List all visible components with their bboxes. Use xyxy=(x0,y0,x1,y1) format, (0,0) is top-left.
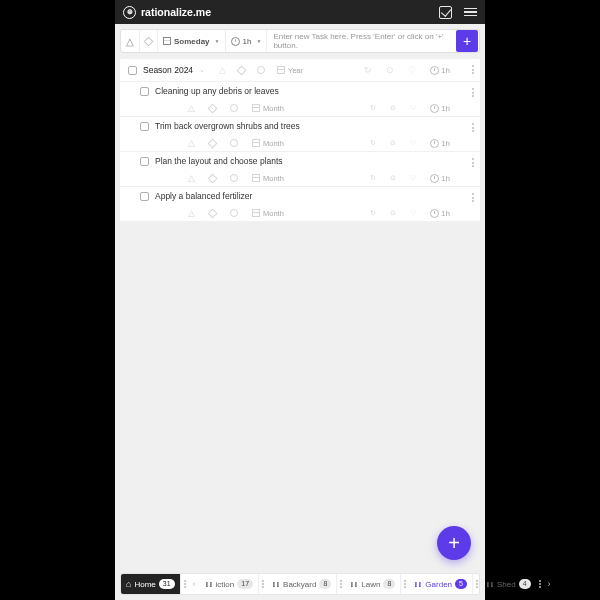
tab-more-icon[interactable] xyxy=(259,580,267,588)
tab-count: 8 xyxy=(319,579,331,589)
tab-item[interactable]: ⫾⫾ Garden 5 xyxy=(409,574,473,594)
tag-icon[interactable] xyxy=(140,30,158,52)
tab-item[interactable]: ⫾⫾ Shed 4 xyxy=(481,574,536,594)
tab-count: 17 xyxy=(237,579,253,589)
calendar-icon xyxy=(252,139,260,147)
diamond-icon xyxy=(237,65,247,75)
clock-icon xyxy=(430,139,439,148)
task-title: Cleaning up any debris or leaves xyxy=(155,86,279,96)
diamond-icon xyxy=(208,103,218,113)
task-checkbox[interactable] xyxy=(140,87,149,96)
heart-icon: ♡ xyxy=(408,65,416,75)
tab-item[interactable]: ⫾⫾ Lawn 8 xyxy=(345,574,401,594)
heart-icon: ♡ xyxy=(410,139,416,147)
duration-label: 1h xyxy=(441,139,450,148)
tab-label: Home xyxy=(134,580,155,589)
tab-count: 5 xyxy=(455,579,467,589)
repeat-icon: ↻ xyxy=(370,139,376,147)
clock-icon xyxy=(430,209,439,218)
diamond-icon xyxy=(208,208,218,218)
duration-label: 1h xyxy=(441,104,450,113)
tab-count: 4 xyxy=(519,579,531,589)
circle-icon xyxy=(230,139,238,147)
duration-select[interactable]: 1h xyxy=(226,30,268,52)
priority-icon[interactable]: △ xyxy=(121,30,140,52)
tab-item[interactable]: ⫾⫾ iction 17 xyxy=(200,574,259,594)
circle-icon xyxy=(230,209,238,217)
heart-icon: ♡ xyxy=(410,174,416,182)
bars-icon: ⫾⫾ xyxy=(205,580,213,589)
task-row[interactable]: Cleaning up any debris or leaves △ Month… xyxy=(120,82,480,116)
tab-label: Shed xyxy=(497,580,516,589)
task-checkbox[interactable] xyxy=(140,122,149,131)
assign-icon: ⊙ xyxy=(390,104,396,112)
period-label: Month xyxy=(263,104,284,113)
task-checkbox[interactable] xyxy=(140,157,149,166)
calendar-icon xyxy=(277,66,285,74)
task-title: Season 2024 xyxy=(143,65,193,75)
flame-icon: △ xyxy=(219,65,226,75)
schedule-select[interactable]: Someday xyxy=(158,30,226,52)
bottom-tabs: ⌂ Home 31 ‹ ⫾⫾ iction 17 ⫾⫾ Backyard 8 ⫾… xyxy=(120,573,480,595)
review-icon[interactable] xyxy=(439,6,452,19)
period-label: Month xyxy=(263,174,284,183)
diamond-icon xyxy=(208,138,218,148)
calendar-icon xyxy=(252,104,260,112)
tab-more-icon[interactable] xyxy=(536,580,544,588)
tab-more-icon[interactable] xyxy=(473,580,481,588)
tab-count: 31 xyxy=(159,579,175,589)
task-title: Trim back overgrown shrubs and trees xyxy=(155,121,300,131)
diamond-icon xyxy=(208,173,218,183)
more-icon[interactable] xyxy=(468,154,478,171)
new-task-bar: △ Someday 1h Enter new Task here. Press … xyxy=(120,29,480,53)
heart-icon: ♡ xyxy=(410,104,416,112)
clock-icon xyxy=(430,104,439,113)
tab-more-icon[interactable] xyxy=(181,580,189,588)
task-row[interactable]: Plan the layout and choose plants △ Mont… xyxy=(120,152,480,186)
assign-icon: ⊙ xyxy=(390,209,396,217)
tab-home[interactable]: ⌂ Home 31 xyxy=(121,574,181,594)
tab-more-icon[interactable] xyxy=(401,580,409,588)
fab-add-button[interactable]: + xyxy=(437,526,471,560)
tab-label: Garden xyxy=(425,580,452,589)
header-right xyxy=(439,6,477,19)
assign-icon: ⊙ xyxy=(390,139,396,147)
duration-label: 1h xyxy=(441,174,450,183)
more-icon[interactable] xyxy=(468,119,478,136)
heart-icon: ♡ xyxy=(410,209,416,217)
chevron-left-icon[interactable]: ‹ xyxy=(189,579,200,589)
add-task-button[interactable]: + xyxy=(456,30,478,52)
header-left: ⊛ rationalize.me xyxy=(123,6,211,19)
assign-icon: ⊙ xyxy=(390,174,396,182)
tab-count: 8 xyxy=(383,579,395,589)
task-group-row[interactable]: Season 2024 ⌄ △ Year ↻ ⊙ ♡ xyxy=(120,59,480,81)
tab-more-icon[interactable] xyxy=(337,580,345,588)
tab-item[interactable]: ⫾⫾ Backyard 8 xyxy=(267,574,337,594)
tab-label: iction xyxy=(216,580,235,589)
assign-icon: ⊙ xyxy=(386,65,394,75)
repeat-icon: ↻ xyxy=(370,209,376,217)
period-label: Month xyxy=(263,139,284,148)
flame-icon: △ xyxy=(188,173,195,183)
more-icon[interactable] xyxy=(468,189,478,206)
circle-icon xyxy=(257,66,265,74)
duration-label: 1h xyxy=(243,37,252,46)
more-icon[interactable] xyxy=(468,84,478,101)
period-label: Year xyxy=(288,66,303,75)
repeat-icon: ↻ xyxy=(370,174,376,182)
calendar-icon xyxy=(252,174,260,182)
bars-icon: ⫾⫾ xyxy=(414,580,422,589)
menu-icon[interactable] xyxy=(464,8,477,17)
repeat-icon: ↻ xyxy=(364,65,372,75)
task-row[interactable]: Apply a balanced fertilizer △ Month ↻ ⊙ … xyxy=(120,187,480,221)
bars-icon: ⫾⫾ xyxy=(486,580,494,589)
task-checkbox[interactable] xyxy=(140,192,149,201)
more-icon[interactable] xyxy=(468,61,478,78)
task-row[interactable]: Trim back overgrown shrubs and trees △ M… xyxy=(120,117,480,151)
task-title: Apply a balanced fertilizer xyxy=(155,191,252,201)
schedule-label: Someday xyxy=(174,37,210,46)
app-title: rationalize.me xyxy=(141,6,211,18)
chevron-right-icon[interactable]: › xyxy=(544,579,555,589)
new-task-input[interactable]: Enter new Task here. Press 'Enter' or cl… xyxy=(267,32,455,50)
task-checkbox[interactable] xyxy=(128,66,137,75)
